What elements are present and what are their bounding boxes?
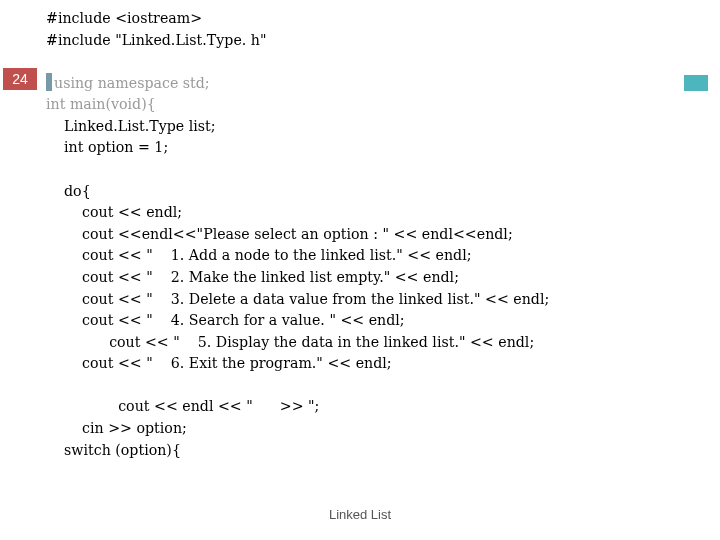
code-line: #include <iostream>	[46, 10, 202, 26]
code-line: cout << " 1. Add a node to the linked li…	[46, 247, 471, 263]
page-number-badge: 24	[3, 68, 37, 90]
code-line: cout << endl;	[46, 204, 182, 220]
code-line: cout <<endl<<"Please select an option : …	[46, 226, 513, 242]
code-line: do{	[46, 183, 91, 199]
footer-label: Linked List	[0, 507, 720, 522]
code-line: cin >> option;	[46, 420, 187, 436]
code-line: using namespace std;	[54, 75, 210, 91]
code-line: cout << endl << " >> ";	[46, 398, 319, 414]
code-snippet: #include <iostream> #include "Linked.Lis…	[46, 8, 706, 461]
code-line: switch (option){	[46, 442, 181, 458]
code-line: int main(void){	[46, 96, 156, 112]
code-line: #include "Linked.List.Type. h"	[46, 32, 266, 48]
code-line: cout << " 2. Make the linked list empty.…	[46, 269, 459, 285]
slide: 24 #include <iostream> #include "Linked.…	[0, 0, 720, 540]
code-line: Linked.List.Type list;	[46, 118, 215, 134]
cursor-highlight	[46, 73, 52, 91]
page-number: 24	[12, 71, 28, 87]
code-line: cout << " 4. Search for a value. " << en…	[46, 312, 405, 328]
code-line: int option = 1;	[46, 139, 168, 155]
code-line: cout << " 5. Display the data in the lin…	[46, 334, 534, 350]
code-line: cout << " 3. Delete a data value from th…	[46, 291, 549, 307]
footer-text: Linked List	[329, 507, 391, 522]
code-line: cout << " 6. Exit the program." << endl;	[46, 355, 392, 371]
